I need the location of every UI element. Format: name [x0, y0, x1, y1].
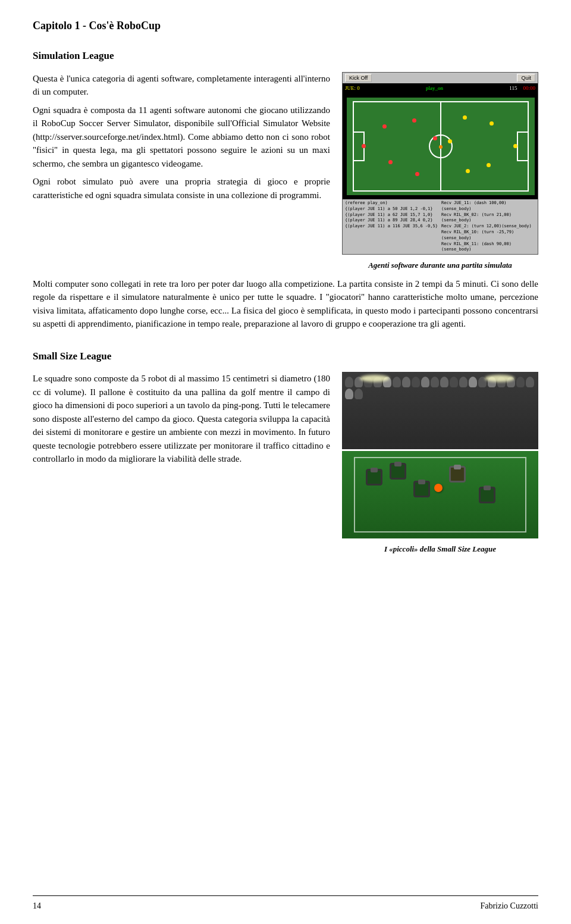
section-title-simulation: Simulation League — [33, 48, 538, 64]
sim-log-right: Recv JUE_11: (dash 100,00)(sense_body) R… — [441, 201, 535, 253]
photo-scene — [342, 372, 538, 538]
soccer-field-container — [343, 93, 538, 199]
player-yellow-6 — [448, 139, 452, 143]
soccer-field — [345, 96, 537, 197]
section-title-small-size: Small Size League — [33, 349, 538, 364]
page: Capitolo 1 - Cos'è RoboCup Simulation Le… — [0, 0, 571, 924]
player-red-3 — [388, 160, 393, 164]
author-name: Fabrizio Cuzzotti — [480, 900, 538, 912]
sim-log-left-0: (referee play_on) — [345, 201, 439, 206]
player-red-1 — [362, 144, 366, 148]
small-size-image-col: I «piccoli» della Small Size League — [342, 372, 538, 555]
sim-para-3: Ogni robot simulato può avere una propri… — [33, 175, 330, 202]
robot-5 — [479, 487, 495, 503]
small-size-photo — [342, 372, 538, 538]
sim-para-2: Ogni squadra è composta da 11 agenti sof… — [33, 104, 330, 171]
page-number: 14 — [33, 900, 41, 912]
player-yellow-2 — [490, 121, 494, 126]
small-size-section: Small Size League Le squadre sono compos… — [33, 349, 538, 555]
kick-off-button[interactable]: Kick Off — [345, 74, 372, 82]
simulation-two-col: Questa è l'unica categoria di agenti sof… — [33, 72, 538, 271]
sim-jue-label: JUE: 0 — [345, 84, 360, 93]
sim-log-right-1: Recv RIL_BK_02: (turn 21,00)(sense_body) — [441, 212, 535, 224]
goal-area-right — [517, 131, 529, 161]
simulation-image-caption: Agenti software durante una partita simu… — [368, 259, 512, 271]
small-size-two-col: Le squadre sono composte da 5 robot di a… — [33, 372, 538, 555]
robot-2 — [390, 463, 406, 480]
sim-toolbar: Kick Off Quit — [343, 73, 538, 83]
sim-log-right-3: Recv RIL_BK_10: (turn -25,79)(sense_body… — [441, 230, 535, 242]
quit-button[interactable]: Quit — [517, 74, 535, 82]
sim-log-left-2: {(player JUE 11) a 62 JUE 15,7 1,0} — [345, 212, 439, 218]
small-size-text-col: Le squadre sono composte da 5 robot di a… — [33, 372, 330, 555]
sim-score-label: 00:00 — [523, 84, 535, 93]
sim-play-on-label: play_on — [366, 84, 504, 93]
sim-para-4: Molti computer sono collegati in rete tr… — [33, 277, 538, 331]
small-size-para-1: Le squadre sono composte da 5 robot di a… — [33, 372, 330, 466]
simulation-image-col: Kick Off Quit JUE: 0 play_on 115 00:00 — [342, 72, 538, 271]
robot-4 — [449, 466, 466, 483]
sim-log-left-3: {(player JUE 11) a 89 JUE 28,4 0,2} — [345, 218, 439, 224]
player-yellow-4 — [463, 115, 467, 120]
sim-log-left: (referee play_on) {(player JUE 11) a 50 … — [345, 201, 439, 253]
robot-3 — [413, 481, 430, 497]
sim-log-left-1: {(player JUE 11) a 50 JUE 1,2 -0,1} — [345, 206, 439, 212]
sim-log: (referee play_on) {(player JUE 11) a 50 … — [343, 199, 538, 254]
sim-time-label: 115 — [509, 84, 517, 93]
playing-field — [342, 449, 538, 538]
ball — [439, 145, 443, 149]
sim-status-bar: JUE: 0 play_on 115 00:00 — [343, 83, 538, 94]
player-yellow-5 — [466, 169, 470, 173]
simulation-text-col: Questa è l'unica categoria di agenti sof… — [33, 72, 330, 271]
player-yellow-3 — [487, 163, 491, 167]
sim-log-left-4: {(player JUE 11) a 116 JUE 35,6 -0,5} — [345, 224, 439, 230]
sim-log-right-2: Recv JUE_2: (turn 12,00)(sense_body) — [441, 224, 535, 230]
robot-1 — [366, 469, 382, 486]
player-yellow-1 — [513, 144, 517, 148]
sim-para-1: Questa è l'unica categoria di agenti sof… — [33, 72, 330, 99]
sim-log-right-0: Recv JUE_11: (dash 100,00)(sense_body) — [441, 201, 535, 212]
player-red-2 — [382, 124, 387, 129]
sim-log-right-4: Recv RIL_BK_11: (dash 90,00)(sense_body) — [441, 242, 535, 253]
chapter-title: Capitolo 1 - Cos'è RoboCup — [33, 18, 538, 34]
footer: 14 Fabrizio Cuzzotti — [33, 895, 538, 912]
player-red-6 — [433, 136, 437, 140]
crowd-bg — [342, 372, 538, 443]
simulator-screenshot: Kick Off Quit JUE: 0 play_on 115 00:00 — [342, 72, 538, 255]
small-size-image-caption: I «piccoli» della Small Size League — [384, 543, 496, 555]
player-red-5 — [415, 172, 419, 176]
player-red-4 — [412, 118, 416, 123]
